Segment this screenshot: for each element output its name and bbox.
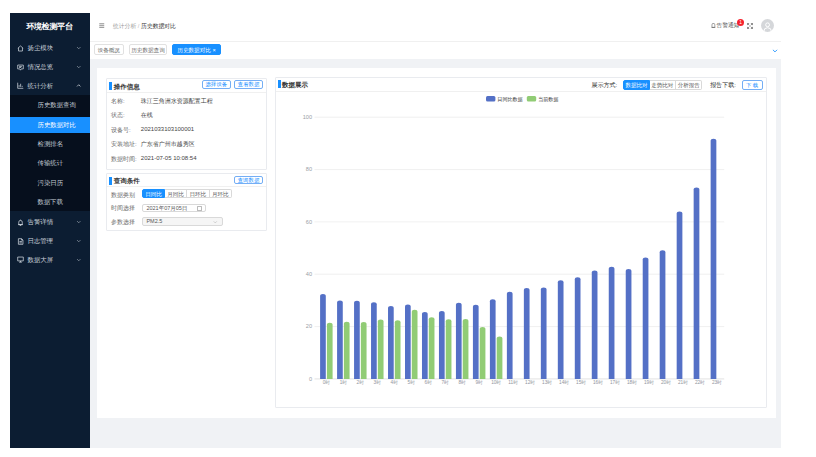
svg-text:0: 0 — [308, 375, 311, 381]
svg-text:11时: 11时 — [508, 379, 518, 384]
svg-text:100: 100 — [302, 114, 311, 120]
svg-text:13时: 13时 — [542, 379, 552, 384]
svg-text:4时: 4时 — [390, 379, 398, 384]
svg-text:40: 40 — [305, 271, 311, 277]
svg-text:1时: 1时 — [339, 379, 347, 384]
svg-text:16时: 16时 — [593, 379, 603, 384]
svg-text:21时: 21时 — [677, 379, 687, 384]
svg-text:12时: 12时 — [525, 379, 535, 384]
svg-text:60: 60 — [305, 218, 311, 224]
svg-text:20: 20 — [305, 323, 311, 329]
svg-text:17时: 17时 — [610, 379, 620, 384]
svg-text:3时: 3时 — [373, 379, 381, 384]
svg-text:当前数据: 当前数据 — [538, 95, 558, 102]
svg-text:80: 80 — [305, 166, 311, 172]
svg-text:6时: 6时 — [424, 379, 432, 384]
svg-text:14时: 14时 — [559, 379, 569, 384]
svg-text:5时: 5时 — [407, 379, 415, 384]
svg-text:10时: 10时 — [491, 379, 501, 384]
svg-text:9时: 9时 — [475, 379, 483, 384]
svg-text:23时: 23时 — [711, 379, 721, 384]
svg-text:15时: 15时 — [576, 379, 586, 384]
svg-text:18时: 18时 — [626, 379, 636, 384]
svg-text:22时: 22时 — [694, 379, 704, 384]
svg-text:日同比数据: 日同比数据 — [497, 95, 522, 102]
svg-text:20时: 20时 — [660, 379, 670, 384]
svg-text:7时: 7时 — [441, 379, 449, 384]
svg-text:8时: 8时 — [458, 379, 466, 384]
svg-text:2时: 2时 — [356, 379, 364, 384]
svg-text:19时: 19时 — [643, 379, 653, 384]
svg-text:0时: 0时 — [322, 379, 330, 384]
